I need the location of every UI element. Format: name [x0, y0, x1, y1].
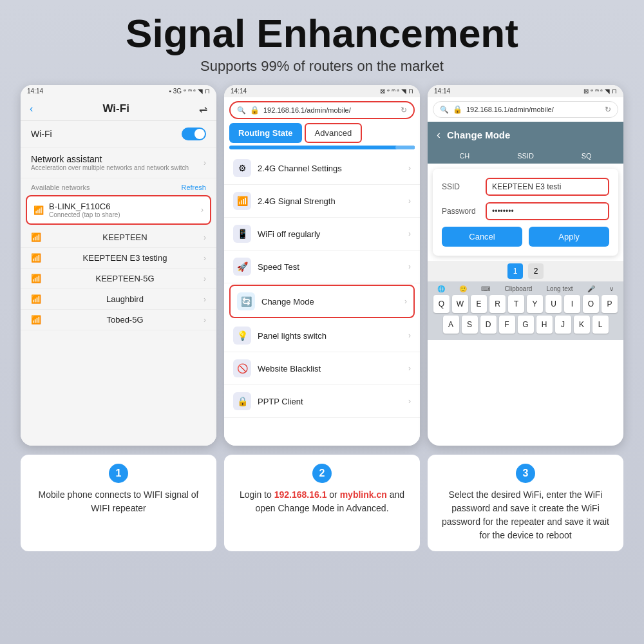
main-title: Signal Enhancement [126, 12, 518, 55]
network-laughbird[interactable]: 📶 Laughbird › [21, 289, 216, 310]
chevron-icon: › [204, 233, 206, 242]
tab-advanced[interactable]: Advanced [305, 123, 363, 143]
back-icon[interactable]: ‹ [437, 128, 440, 142]
change-mode-dialog: SSID KEEPTEEN E3 testi Password ••••••••… [433, 169, 618, 256]
ssid-input[interactable]: KEEPTEEN E3 testi [486, 178, 609, 196]
menu-item-signal[interactable]: 📶 2.4G Signal Strength › [224, 185, 420, 218]
chevron-icon: › [408, 164, 411, 173]
pptp-label: PPTP Client [258, 397, 402, 406]
wifi-off-icon: 📱 [233, 225, 251, 243]
kb-icon-1: 🌐 [437, 285, 445, 292]
kb-k[interactable]: K [574, 316, 590, 334]
kb-a[interactable]: A [443, 316, 459, 334]
network-assistant-sub: Acceleration over multiple networks and … [31, 164, 189, 171]
network-name-2: KEEPTEEN-5G [95, 274, 154, 283]
channel-icon: ⚙ [233, 159, 251, 177]
phone2-menu-list: ⚙ 2.4G Channel Settings › 📶 2.4G Signal … [224, 152, 420, 446]
kb-row-2: A S D F G H J K L [430, 316, 621, 334]
wifi-icon: 📶 [31, 274, 41, 283]
kb-p[interactable]: P [601, 295, 618, 313]
back-icon[interactable]: ‹ [30, 103, 33, 115]
phone3-url-bar[interactable]: 🔍 🔒 192.168.16.1/admin/mobile/ ↻ [433, 101, 618, 118]
menu-item-change-mode[interactable]: 🔄 Change Mode › [229, 285, 415, 318]
reload-icon[interactable]: ↻ [605, 105, 611, 114]
refresh-button[interactable]: Refresh [181, 184, 206, 191]
menu-item-wifi-off[interactable]: 📱 WiFi off regularly › [224, 218, 420, 251]
phone1-time: 14:14 [27, 88, 43, 95]
secure-icon: 🔒 [250, 106, 260, 115]
network-assistant-label: Network assistant [31, 154, 189, 164]
phone2-url-bar[interactable]: 🔍 🔒 192.168.16.1/admin/mobile/ ↻ [229, 101, 415, 119]
cancel-button[interactable]: Cancel [442, 227, 522, 247]
page-1-btn[interactable]: 1 [507, 263, 523, 279]
apply-button[interactable]: Apply [529, 227, 609, 247]
wifi-title: Wi-Fi [102, 102, 129, 115]
col-ssid: SSID [495, 152, 556, 160]
step2-url1: 192.168.16.1 [274, 489, 327, 500]
step-2-number: 2 [312, 464, 332, 483]
step-1-card: 1 Mobile phone connects to WIFI signal o… [21, 455, 216, 551]
chevron-icon: › [204, 254, 206, 263]
kb-q[interactable]: Q [433, 295, 450, 313]
reload-icon[interactable]: ↻ [401, 106, 407, 115]
ssid-field: SSID KEEPTEEN E3 testi [442, 178, 609, 196]
tab-routing-state[interactable]: Routing State [229, 123, 302, 143]
kb-t[interactable]: T [508, 295, 524, 313]
kb-u[interactable]: U [545, 295, 562, 313]
wifi-connected-icon: 📶 [33, 205, 44, 215]
password-input[interactable]: •••••••• [486, 202, 609, 220]
col-ch: CH [434, 152, 495, 160]
signal-label: 2.4G Signal Strength [258, 196, 402, 206]
kb-icon-2: 🙂 [459, 285, 467, 292]
connected-network-name: B-LINK_F110C6 [49, 202, 201, 211]
chevron-icon: › [408, 196, 411, 205]
network-keepteen[interactable]: 📶 KEEPTEEN › [21, 227, 216, 248]
change-mode-title: Change Mode [447, 129, 510, 140]
connected-network-row[interactable]: 📶 B-LINK_F110C6 Connected (tap to share)… [26, 195, 211, 225]
wifi-icon: 📶 [31, 294, 41, 304]
wifi-toggle[interactable] [182, 128, 206, 140]
page-2-btn[interactable]: 2 [528, 263, 544, 279]
wifi-icon: 📶 [31, 253, 41, 263]
url-text: 192.168.16.1/admin/mobile/ [466, 106, 601, 113]
kb-r[interactable]: R [489, 295, 506, 313]
chevron-icon: › [204, 274, 206, 283]
kb-j[interactable]: J [555, 316, 571, 334]
kb-e[interactable]: E [471, 295, 487, 313]
network-keepteen-e3[interactable]: 📶 KEEPTEEN E3 testing › [21, 248, 216, 269]
menu-item-blacklist[interactable]: 🚫 Website Blacklist › [224, 352, 420, 385]
network-keepteen-5g[interactable]: 📶 KEEPTEEN-5G › [21, 269, 216, 289]
menu-item-pptp[interactable]: 🔒 PPTP Client › [224, 385, 420, 418]
kb-y[interactable]: Y [527, 295, 543, 313]
panel-lights-label: Panel lights switch [258, 331, 402, 341]
network-tobed-5g[interactable]: 📶 Tobed-5G › [21, 310, 216, 330]
menu-item-panel-lights[interactable]: 💡 Panel lights switch › [224, 319, 420, 352]
phone3-header: ‹ Change Mode [428, 122, 623, 148]
kb-w[interactable]: W [452, 295, 468, 313]
scan-icon[interactable]: ⇌ [199, 103, 207, 115]
phone1-status-icons: ▪ 3G ᵊ ᵐ ᵃ ◥ ⊓ [169, 88, 210, 95]
kb-row-1: Q W E R T Y U I O P [430, 295, 621, 313]
kb-h[interactable]: H [536, 316, 553, 334]
network-assistant-row[interactable]: Network assistant Acceleration over mult… [21, 147, 216, 178]
step-1-number: 1 [109, 464, 128, 483]
wifi-label: Wi-Fi [31, 129, 52, 139]
change-mode-label: Change Mode [261, 297, 398, 307]
kb-d[interactable]: D [480, 316, 497, 334]
kb-f[interactable]: F [499, 316, 515, 334]
password-field: Password •••••••• [442, 202, 609, 220]
chevron-icon: › [408, 364, 411, 373]
kb-i[interactable]: I [564, 295, 580, 313]
menu-item-speedtest[interactable]: 🚀 Speed Test › [224, 251, 420, 283]
network-name-0: KEEPTEEN [102, 232, 147, 242]
phone3-frame: 14:14 ⊠ ᵊ ᵐ ᵃ ◥ ⊓ 🔍 🔒 192.168.16.1/admin… [428, 85, 623, 446]
phone2-time: 14:14 [231, 88, 247, 95]
kb-icon-5: ∨ [609, 285, 614, 292]
menu-item-channel[interactable]: ⚙ 2.4G Channel Settings › [224, 152, 420, 185]
kb-l[interactable]: L [592, 316, 609, 334]
phone2-status-icons: ⊠ ᵊ ᵐ ᵃ ◥ ⊓ [380, 88, 413, 95]
kb-o[interactable]: O [583, 295, 599, 313]
kb-s[interactable]: S [462, 316, 478, 334]
kb-g[interactable]: G [518, 316, 534, 334]
col-sq: SQ [556, 152, 617, 160]
